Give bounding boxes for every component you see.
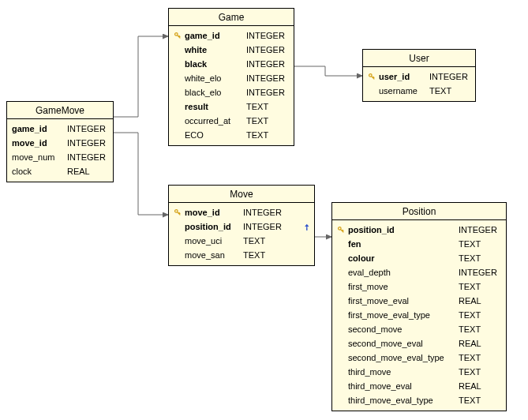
column-type: TEXT: [459, 310, 501, 320]
column-name: third_move_eval_type: [348, 396, 459, 405]
column-type: TEXT: [459, 396, 501, 405]
column-name: third_move: [348, 367, 459, 377]
column-type: TEXT: [246, 102, 289, 111]
column-row: fenTEXT: [337, 237, 501, 251]
entity-columns: user_idINTEGERusernameTEXT: [363, 67, 475, 101]
primary-key-icon: [174, 32, 182, 39]
column-row: usernameTEXT: [368, 84, 470, 98]
column-row: third_move_eval_typeTEXT: [337, 393, 501, 407]
column-row: third_moveTEXT: [337, 365, 501, 379]
column-row: clockREAL: [12, 164, 108, 178]
column-type: TEXT: [246, 130, 289, 140]
column-type: TEXT: [246, 116, 289, 126]
column-type: INTEGER: [246, 73, 289, 83]
column-name: user_id: [379, 72, 429, 81]
entity-columns: position_idINTEGERfenTEXTcolourTEXTeval_…: [332, 220, 506, 411]
column-type: INTEGER: [246, 45, 289, 54]
column-row: move_sanTEXT: [174, 248, 309, 262]
column-name: move_uci: [185, 236, 243, 246]
column-row: first_move_evalREAL: [337, 294, 501, 308]
entity-user: Useruser_idINTEGERusernameTEXT: [362, 49, 476, 102]
column-name: black_elo: [185, 88, 246, 97]
entity-position: Positionposition_idINTEGERfenTEXTcolourT…: [331, 202, 507, 411]
relationship-connector: [111, 133, 168, 215]
column-name: white_elo: [185, 73, 246, 83]
column-name: game_id: [12, 124, 67, 133]
entity-gamemove: GameMovegame_idINTEGERmove_idINTEGERmove…: [6, 101, 114, 182]
column-name: move_id: [185, 208, 243, 217]
primary-key-icon: [337, 226, 348, 234]
column-type: TEXT: [429, 86, 470, 96]
primary-key-icon: [368, 73, 379, 81]
column-row: occurred_atTEXT: [174, 114, 289, 128]
column-type: INTEGER: [67, 152, 108, 162]
column-name: eval_depth: [348, 268, 459, 277]
column-name: ECO: [185, 130, 246, 140]
column-type: INTEGER: [459, 268, 501, 277]
column-type: TEXT: [459, 353, 501, 362]
svg-point-4: [339, 227, 342, 231]
column-row: move_numINTEGER: [12, 150, 108, 164]
column-name: white: [185, 45, 246, 54]
column-type: INTEGER: [246, 88, 289, 97]
entity-title: GameMove: [7, 102, 113, 119]
column-name: position_id: [348, 225, 459, 234]
column-type: REAL: [459, 339, 501, 348]
column-row: eval_depthINTEGER: [337, 265, 501, 279]
entity-title: User: [363, 50, 475, 67]
column-row: resultTEXT: [174, 99, 289, 114]
entity-columns: game_idINTEGERwhiteINTEGERblackINTEGERwh…: [169, 26, 294, 145]
column-name: clock: [12, 167, 67, 176]
column-type: INTEGER: [459, 225, 501, 234]
primary-key-icon: [174, 32, 185, 39]
primary-key-icon: [368, 73, 376, 81]
column-row: white_eloINTEGER: [174, 71, 289, 85]
primary-key-icon: [174, 208, 182, 216]
column-name: second_move_eval: [348, 339, 459, 348]
entity-title: Move: [169, 186, 314, 203]
svg-point-3: [175, 210, 178, 213]
column-type: INTEGER: [67, 124, 108, 133]
relationship-connector: [111, 36, 168, 117]
foreign-key-arrow-icon: ➚: [301, 221, 311, 231]
entity-game: Gamegame_idINTEGERwhiteINTEGERblackINTEG…: [168, 8, 294, 146]
column-row: game_idINTEGER: [174, 28, 289, 43]
column-type: TEXT: [459, 239, 501, 249]
column-type: REAL: [459, 296, 501, 306]
column-name: first_move_eval: [348, 296, 459, 306]
svg-point-1: [175, 33, 178, 36]
column-type: INTEGER: [67, 138, 108, 148]
column-type: INTEGER: [429, 72, 470, 81]
column-name: black: [185, 59, 246, 69]
column-name: third_move_eval: [348, 381, 459, 391]
column-type: TEXT: [459, 282, 501, 291]
column-row: blackINTEGER: [174, 57, 289, 71]
entity-columns: move_idINTEGERposition_idINTEGER➚move_uc…: [169, 203, 314, 265]
column-name: first_move_eval_type: [348, 310, 459, 320]
column-name: move_id: [12, 138, 67, 148]
column-row: first_move_eval_typeTEXT: [337, 308, 501, 322]
entity-title: Game: [169, 9, 294, 26]
column-row: user_idINTEGER: [368, 69, 470, 84]
column-name: move_san: [185, 250, 243, 260]
column-row: position_idINTEGER: [337, 223, 501, 237]
column-name: occurred_at: [185, 116, 246, 126]
column-name: position_id: [185, 222, 243, 231]
entity-columns: game_idINTEGERmove_idINTEGERmove_numINTE…: [7, 119, 113, 182]
column-type: REAL: [67, 167, 108, 176]
column-type: INTEGER: [246, 31, 289, 40]
column-row: move_idINTEGER: [174, 205, 309, 219]
entity-title: Position: [332, 203, 506, 220]
column-name: move_num: [12, 152, 67, 162]
column-name: colour: [348, 253, 459, 263]
column-name: second_move_eval_type: [348, 353, 459, 362]
primary-key-icon: [174, 208, 185, 216]
column-row: second_move_eval_typeTEXT: [337, 351, 501, 365]
column-row: black_eloINTEGER: [174, 85, 289, 99]
column-row: whiteINTEGER: [174, 43, 289, 57]
column-row: move_uciTEXT: [174, 234, 309, 248]
column-name: fen: [348, 239, 459, 249]
column-type: TEXT: [243, 236, 300, 246]
column-type: TEXT: [459, 367, 501, 377]
column-type: TEXT: [243, 250, 300, 260]
